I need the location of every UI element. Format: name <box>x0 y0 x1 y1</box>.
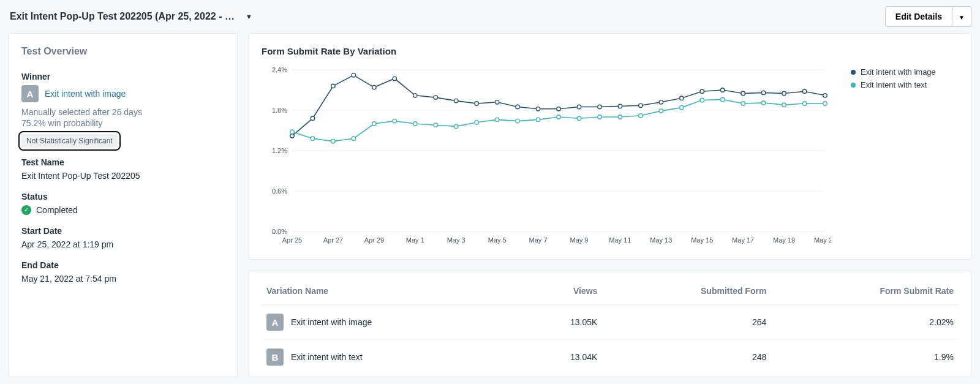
svg-point-32 <box>454 99 458 102</box>
col-views[interactable]: Views <box>519 277 602 305</box>
svg-text:May 17: May 17 <box>732 236 754 244</box>
views-value: 13.04K <box>519 340 602 375</box>
legend-dot-icon <box>851 70 856 75</box>
edit-details-split-button: Edit Details ▼ <box>885 6 971 27</box>
status-label: Status <box>21 192 225 201</box>
end-date-label: End Date <box>21 260 225 270</box>
page-title: Exit Intent Pop-Up Test 202205 (Apr 25, … <box>10 11 235 22</box>
chart-title: Form Submit Rate By Variation <box>262 46 959 56</box>
svg-point-76 <box>802 102 806 105</box>
svg-point-53 <box>331 139 335 143</box>
variant-name: Exit intent with image <box>291 317 372 327</box>
legend-label-b: Exit intent with text <box>861 80 927 89</box>
col-rate[interactable]: Form Submit Rate <box>771 277 959 305</box>
svg-point-68 <box>639 114 643 118</box>
results-table-card: Variation Name Views Submitted Form Form… <box>249 271 971 377</box>
check-circle-icon: ✓ <box>21 205 31 215</box>
status-value: Completed <box>36 205 78 215</box>
winner-label: Winner <box>21 72 225 81</box>
svg-point-72 <box>720 97 724 101</box>
svg-text:May 3: May 3 <box>447 236 466 244</box>
svg-text:2.4%: 2.4% <box>272 66 287 73</box>
svg-text:0.0%: 0.0% <box>272 228 287 235</box>
edit-details-caret-button[interactable]: ▼ <box>952 6 971 27</box>
svg-point-35 <box>516 105 519 108</box>
svg-text:1.2%: 1.2% <box>272 147 287 154</box>
svg-point-26 <box>331 84 335 88</box>
line-chart: 0.0%0.6%1.2%1.8%2.4%Apr 25Apr 27Apr 29Ma… <box>262 65 831 249</box>
svg-point-39 <box>598 105 601 108</box>
svg-point-37 <box>557 107 560 111</box>
svg-text:May 19: May 19 <box>773 236 795 244</box>
svg-point-55 <box>372 122 376 126</box>
svg-text:Apr 29: Apr 29 <box>364 236 384 244</box>
legend-dot-icon <box>851 83 856 88</box>
submitted-value: 248 <box>602 340 771 375</box>
svg-point-64 <box>557 115 560 119</box>
svg-text:Apr 25: Apr 25 <box>282 236 302 244</box>
svg-point-44 <box>700 89 704 93</box>
svg-text:May 5: May 5 <box>488 236 507 244</box>
svg-point-46 <box>741 91 745 95</box>
chart-legend: Exit intent with image Exit intent with … <box>842 65 959 250</box>
svg-text:May 7: May 7 <box>529 236 548 244</box>
variant-badge-b: B <box>266 348 284 366</box>
svg-point-40 <box>618 104 622 108</box>
svg-point-67 <box>618 115 622 119</box>
svg-point-50 <box>823 94 827 97</box>
svg-text:1.8%: 1.8% <box>272 107 287 114</box>
variant-name: Exit intent with text <box>291 352 363 362</box>
svg-point-36 <box>536 107 540 111</box>
svg-point-62 <box>516 119 519 122</box>
views-value: 13.05K <box>519 305 602 340</box>
rate-value: 2.02% <box>771 305 959 340</box>
svg-point-49 <box>802 89 806 93</box>
svg-point-58 <box>434 123 437 127</box>
svg-point-51 <box>290 130 294 134</box>
svg-text:May 11: May 11 <box>609 236 631 244</box>
col-variation-name[interactable]: Variation Name <box>262 277 519 305</box>
svg-point-47 <box>761 91 765 94</box>
svg-point-34 <box>495 100 499 104</box>
edit-details-button[interactable]: Edit Details <box>885 6 952 27</box>
test-name-label: Test Name <box>21 157 225 167</box>
svg-text:May 21: May 21 <box>814 236 831 244</box>
chart-card: Form Submit Rate By Variation 0.0%0.6%1.… <box>249 33 971 260</box>
svg-point-61 <box>495 118 499 121</box>
submitted-value: 264 <box>602 305 771 340</box>
table-row: A Exit intent with image 13.05K 264 2.02… <box>262 305 959 340</box>
table-row: B Exit intent with text 13.04K 248 1.9% <box>262 340 959 375</box>
svg-point-24 <box>290 134 294 138</box>
svg-text:May 13: May 13 <box>650 236 672 244</box>
svg-point-59 <box>454 124 458 128</box>
svg-point-56 <box>393 119 396 122</box>
winner-variant-link[interactable]: Exit intent with image <box>45 89 126 99</box>
variant-badge-a: A <box>266 314 284 331</box>
overview-title: Test Overview <box>21 46 225 57</box>
svg-text:Apr 27: Apr 27 <box>323 236 343 244</box>
svg-point-38 <box>577 105 581 108</box>
svg-point-42 <box>659 100 663 104</box>
svg-point-31 <box>434 96 437 99</box>
test-name-value: Exit Intent Pop-Up Test 202205 <box>21 171 225 181</box>
legend-item-b: Exit intent with text <box>851 80 959 89</box>
significance-badge: Not Statistically Significant <box>21 134 118 148</box>
svg-point-70 <box>680 105 684 109</box>
svg-text:May 15: May 15 <box>691 236 713 244</box>
start-date-label: Start Date <box>21 226 225 236</box>
svg-point-33 <box>475 102 478 105</box>
svg-point-65 <box>577 116 581 120</box>
test-selector[interactable]: Exit Intent Pop-Up Test 202205 (Apr 25, … <box>10 11 252 22</box>
svg-text:May 9: May 9 <box>570 236 588 244</box>
svg-point-43 <box>680 96 684 100</box>
svg-point-74 <box>761 101 765 105</box>
winner-variant-badge: A <box>21 85 39 102</box>
svg-point-41 <box>639 104 643 107</box>
test-overview-panel: Test Overview Winner A Exit intent with … <box>9 33 238 377</box>
col-submitted[interactable]: Submitted Form <box>602 277 771 305</box>
svg-point-27 <box>352 73 355 77</box>
svg-text:May 1: May 1 <box>406 236 424 244</box>
svg-point-45 <box>720 88 724 92</box>
svg-point-28 <box>372 85 376 89</box>
svg-point-66 <box>598 115 601 119</box>
